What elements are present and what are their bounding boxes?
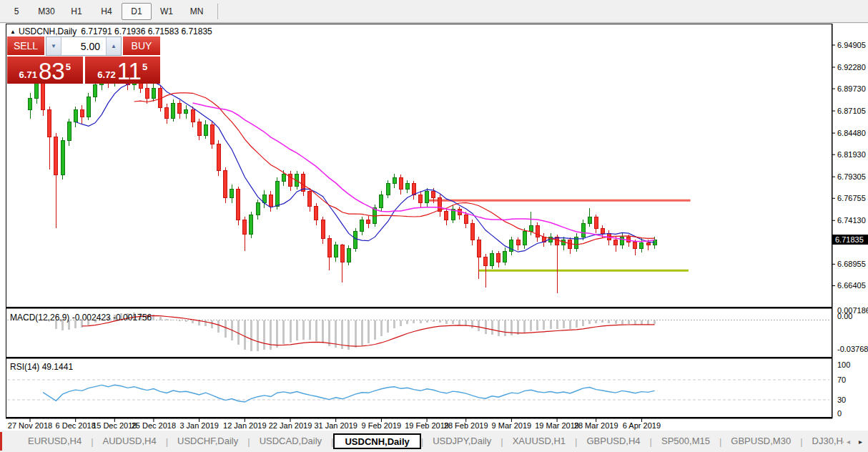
volume-input[interactable] — [61, 37, 106, 55]
collapse-arrow-icon[interactable]: ▲ — [10, 29, 16, 35]
date-axis-label: 22 Jan 2019 — [269, 421, 312, 430]
current-price-label: 6.71835 — [832, 235, 868, 245]
rsi-scale-tick: 70 — [837, 375, 846, 384]
price-scale-tick: 6.89730 — [837, 84, 866, 93]
price-scale-tick: 6.81930 — [837, 150, 866, 159]
tab-scroll-right-icon[interactable]: ▸ — [859, 438, 862, 446]
tab-scroll-left-icon[interactable]: ◂ — [847, 438, 850, 446]
date-axis-label: 25 Dec 2018 — [132, 421, 176, 430]
chart-tab-usdcad-daily[interactable]: USDCAD,Daily — [250, 433, 331, 450]
buy-price-sup: 5 — [142, 62, 147, 72]
candlestick-chart[interactable]: 6.949056.922806.897306.871056.844806.819… — [0, 24, 868, 432]
timeframe-button-w1[interactable]: W1 — [152, 3, 182, 20]
date-axis-label: 19 Feb 2019 — [405, 421, 449, 430]
sell-price-sup: 5 — [66, 62, 71, 72]
one-click-trading-panel: SELL ▼ ▲ BUY 6.71 83 5 6.72 11 5 — [7, 36, 160, 84]
timeframe-buttons: 5M30H1H4D1W1MN — [1, 3, 212, 20]
chart-tab-eurusd-h4[interactable]: EURUSD,H4 — [19, 433, 91, 450]
tab-scroll-controls: ◂ ▸ — [844, 432, 865, 451]
price-scale-tick: 6.68955 — [837, 260, 866, 268]
timeframe-button-5[interactable]: 5 — [1, 3, 31, 20]
timeframe-button-mn[interactable]: MN — [182, 3, 212, 20]
sell-button[interactable]: SELL — [7, 36, 44, 56]
price-scale-tick: 6.74130 — [837, 216, 866, 225]
price-scale-tick: 6.66405 — [837, 281, 866, 290]
chart-tab-sp500-m15[interactable]: SP500,M15 — [652, 433, 719, 450]
date-axis-label: 27 Nov 2018 — [8, 421, 52, 430]
buy-price-prefix: 6.72 — [97, 68, 115, 82]
timeframe-button-h4[interactable]: H4 — [92, 3, 122, 20]
window-edge-accent — [0, 432, 2, 451]
rsi-scale-tick: 30 — [837, 396, 846, 404]
macd-label: MACD(12,26,9) -0.002423 -0.001756 — [10, 313, 152, 323]
volume-up-icon[interactable]: ▲ — [106, 37, 121, 55]
price-scale-tick: 6.94905 — [837, 41, 866, 49]
date-axis-label: 31 Jan 2019 — [314, 421, 357, 430]
timeframe-button-d1[interactable]: D1 — [122, 3, 152, 20]
rsi-scale-tick: 100 — [837, 360, 850, 369]
chart-tab-gbpusd-m30[interactable]: GBPUSD,M30 — [721, 433, 800, 450]
date-axis-label: 3 Jan 2019 — [179, 421, 218, 430]
date-axis-label: 19 Mar 2019 — [535, 421, 579, 430]
date-axis-label: 28 Mar 2019 — [574, 421, 618, 430]
date-axis-label: 28 Feb 2019 — [444, 421, 488, 430]
date-axis-label: 6 Dec 2018 — [56, 421, 96, 430]
sell-price-big: 83 — [39, 61, 65, 82]
price-scale-tick: 6.79305 — [837, 172, 866, 181]
buy-price-box[interactable]: 6.72 11 5 — [85, 56, 161, 84]
macd-scale-tick: 0.00 — [837, 312, 852, 320]
sell-price-prefix: 6.71 — [19, 68, 37, 82]
chart-ohlc-quote: 6.71791 6.71936 6.71583 6.71835 — [81, 26, 212, 36]
date-axis-label: 9 Mar 2019 — [492, 421, 532, 430]
chart-tab-usdchf-daily[interactable]: USDCHF,Daily — [168, 433, 247, 450]
rsi-scale-tick: 0 — [837, 409, 842, 418]
buy-price-big: 11 — [117, 61, 142, 82]
chart-tab-gbpusd-h4[interactable]: GBPUSD,H4 — [577, 433, 649, 450]
chart-tab-usdjpy-daily[interactable]: USDJPY,Daily — [423, 433, 500, 450]
chart-tab-bar: EURUSD,H4|AUDUSD,H4|USDCHF,Daily|USDCAD,… — [0, 432, 868, 451]
one-click-price-row: 6.71 83 5 6.72 11 5 — [7, 56, 160, 84]
chart-symbol-label: USDCNH,Daily — [19, 26, 77, 36]
rsi-label: RSI(14) 49.1441 — [10, 362, 73, 372]
price-scale-tick: 6.76755 — [837, 194, 866, 202]
date-axis-label: 12 Jan 2019 — [223, 421, 267, 430]
sell-price-box[interactable]: 6.71 83 5 — [7, 56, 83, 84]
chart-tab-usdcnh-daily[interactable]: USDCNH,Daily — [333, 433, 420, 449]
macd-scale-tick: -0.037688 — [837, 345, 868, 353]
date-axis-label: 6 Apr 2019 — [623, 421, 661, 430]
price-scale-tick: 6.84480 — [837, 129, 866, 137]
price-scale-tick: 6.92280 — [837, 63, 866, 72]
volume-down-icon[interactable]: ▼ — [46, 37, 61, 55]
date-axis-label: 9 Feb 2019 — [362, 421, 402, 430]
date-axis-label: 15 Dec 2018 — [92, 421, 137, 430]
chart-header: ▲USDCNH,Daily6.71791 6.71936 6.71583 6.7… — [10, 26, 212, 36]
timeframe-button-m30[interactable]: M30 — [31, 3, 61, 20]
timeframe-toolbar: 5M30H1H4D1W1MN — [0, 0, 868, 23]
one-click-top-row: SELL ▼ ▲ BUY — [7, 36, 160, 56]
chart-tab-xauusd-h1[interactable]: XAUUSD,H1 — [503, 433, 575, 450]
buy-button[interactable]: BUY — [123, 36, 160, 56]
volume-stepper: ▼ ▲ — [46, 36, 122, 56]
timeframe-button-h1[interactable]: H1 — [61, 3, 92, 20]
toolbar-divider — [217, 4, 218, 19]
chart-tab-audusd-h4[interactable]: AUDUSD,H4 — [94, 433, 166, 450]
price-scale-tick: 6.87105 — [837, 107, 866, 115]
